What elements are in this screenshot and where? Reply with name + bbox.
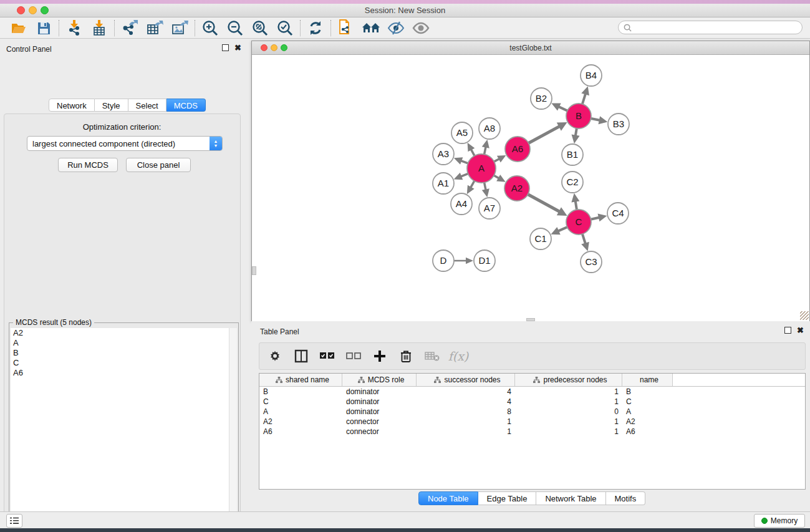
cell-predecessor-nodes[interactable]: 1 (515, 387, 622, 396)
network-close-button[interactable] (261, 44, 268, 51)
network-minimize-button[interactable] (271, 44, 277, 51)
cell-successor-nodes[interactable]: 1 (417, 427, 515, 436)
search-input[interactable] (632, 22, 802, 33)
zoom-window-button[interactable] (41, 6, 49, 14)
function-builder-button[interactable]: f(x) (448, 346, 469, 367)
task-history-button[interactable] (6, 514, 22, 528)
import-table-button[interactable] (87, 19, 112, 37)
delete-column-button[interactable] (395, 346, 417, 367)
result-item[interactable]: B (11, 348, 230, 358)
network-zoom-button[interactable] (281, 44, 287, 51)
table-row[interactable]: A6connector11A6 (259, 427, 805, 437)
cell-predecessor-nodes[interactable]: 1 (515, 417, 622, 426)
column-header-shared-name[interactable]: shared name (259, 374, 342, 386)
resize-grip[interactable] (800, 311, 809, 320)
float-panel-icon[interactable] (222, 44, 229, 51)
refresh-view-button[interactable] (303, 19, 328, 37)
cell-predecessor-nodes[interactable]: 1 (515, 397, 622, 406)
tab-mcds[interactable]: MCDS (166, 99, 206, 112)
hide-graphics-button[interactable] (383, 19, 408, 37)
select-all-columns-button[interactable] (317, 346, 338, 367)
cell-successor-nodes[interactable]: 8 (417, 407, 515, 416)
tab-node-table[interactable]: Node Table (418, 491, 478, 505)
zoom-out-button[interactable] (223, 19, 248, 37)
cell-name[interactable]: A (622, 407, 673, 416)
mcds-result-list[interactable]: A2ABCA6 (11, 328, 230, 532)
table-row[interactable]: A2connector11A2 (259, 417, 805, 427)
result-item[interactable]: A (11, 338, 230, 348)
table-settings-button[interactable] (264, 346, 286, 367)
delete-table-button[interactable] (422, 346, 443, 367)
node-table[interactable]: shared nameMCDS rolesuccessor nodesprede… (259, 373, 806, 490)
column-header-MCDS-role[interactable]: MCDS role (342, 374, 417, 386)
eye-icon (412, 21, 430, 35)
memory-button[interactable]: Memory (754, 514, 805, 528)
cell-predecessor-nodes[interactable]: 0 (515, 407, 622, 416)
create-column-button[interactable] (369, 346, 390, 367)
tab-edge-table[interactable]: Edge Table (478, 491, 537, 505)
network-titlebar[interactable]: testGlobe.txt (252, 41, 809, 55)
cell-MCDS-role[interactable]: connector (342, 427, 417, 436)
cell-name[interactable]: A2 (622, 417, 673, 426)
result-item[interactable]: C (11, 358, 230, 368)
table-row[interactable]: Adominator80A (259, 407, 805, 417)
vertical-scroll-nub[interactable] (252, 266, 256, 275)
deselect-all-columns-button[interactable] (343, 346, 364, 367)
run-mcds-button[interactable]: Run MCDS (58, 158, 118, 172)
close-panel-icon[interactable]: ✖ (797, 327, 804, 334)
cell-shared-name[interactable]: B (259, 387, 342, 396)
main-titlebar[interactable]: Session: New Session (0, 4, 810, 17)
cell-name[interactable]: A6 (622, 427, 673, 436)
cell-shared-name[interactable]: C (259, 397, 342, 406)
tab-motifs[interactable]: Motifs (606, 491, 646, 505)
criterion-select[interactable]: largest connected component (directed) ▲… (27, 136, 223, 151)
zoom-in-button[interactable] (198, 19, 223, 37)
open-session-button[interactable] (6, 19, 31, 37)
result-item[interactable]: A2 (11, 328, 230, 338)
close-panel-button[interactable]: Close panel (126, 158, 191, 172)
export-network-button[interactable] (117, 19, 142, 37)
column-header-name[interactable]: name (622, 374, 673, 386)
cell-shared-name[interactable]: A (259, 407, 342, 416)
show-columns-button[interactable] (291, 346, 312, 367)
export-image-button[interactable] (167, 19, 192, 37)
cell-successor-nodes[interactable]: 4 (417, 397, 515, 406)
tab-style[interactable]: Style (95, 99, 128, 112)
search-field[interactable] (618, 21, 803, 34)
clone-network-button[interactable] (334, 19, 359, 37)
zoom-fit-button[interactable] (248, 19, 272, 37)
result-scrollbar[interactable] (229, 328, 237, 532)
cell-name[interactable]: B (622, 387, 673, 396)
minimize-window-button[interactable] (29, 6, 37, 14)
result-item[interactable]: A6 (11, 368, 230, 378)
cell-MCDS-role[interactable]: dominator (342, 397, 417, 406)
home-layout-button[interactable] (359, 19, 383, 37)
cell-successor-nodes[interactable]: 1 (417, 417, 515, 426)
network-canvas[interactable]: AA6A2BCA1A3A4A5A7A8B1B2B3B4C1C2C3C4DD1 (252, 56, 809, 321)
cell-shared-name[interactable]: A2 (259, 417, 342, 426)
table-row[interactable]: Cdominator41C (259, 397, 805, 407)
close-panel-icon[interactable]: ✖ (234, 44, 241, 51)
cell-successor-nodes[interactable]: 4 (417, 387, 515, 396)
table-row[interactable]: Bdominator41B (259, 387, 805, 397)
column-label: MCDS role (368, 375, 405, 384)
column-header-successor-nodes[interactable]: successor nodes (417, 374, 515, 386)
export-table-button[interactable] (142, 19, 167, 37)
close-window-button[interactable] (17, 6, 25, 14)
tab-network-table[interactable]: Network Table (536, 491, 605, 505)
import-network-button[interactable] (62, 19, 87, 37)
network-graph[interactable]: AA6A2BCA1A3A4A5A7A8B1B2B3B4C1C2C3C4DD1 (252, 56, 809, 321)
tab-select[interactable]: Select (128, 99, 166, 112)
cell-MCDS-role[interactable]: connector (342, 417, 417, 426)
float-panel-icon[interactable] (784, 327, 791, 334)
cell-shared-name[interactable]: A6 (259, 427, 342, 436)
cell-name[interactable]: C (622, 397, 673, 406)
show-graphics-button[interactable] (408, 19, 433, 37)
cell-MCDS-role[interactable]: dominator (342, 407, 417, 416)
cell-predecessor-nodes[interactable]: 1 (515, 427, 622, 436)
zoom-selected-button[interactable] (272, 19, 297, 37)
column-header-predecessor-nodes[interactable]: predecessor nodes (515, 374, 622, 386)
cell-MCDS-role[interactable]: dominator (342, 387, 417, 396)
save-session-button[interactable] (31, 19, 56, 37)
tab-network[interactable]: Network (49, 99, 95, 112)
